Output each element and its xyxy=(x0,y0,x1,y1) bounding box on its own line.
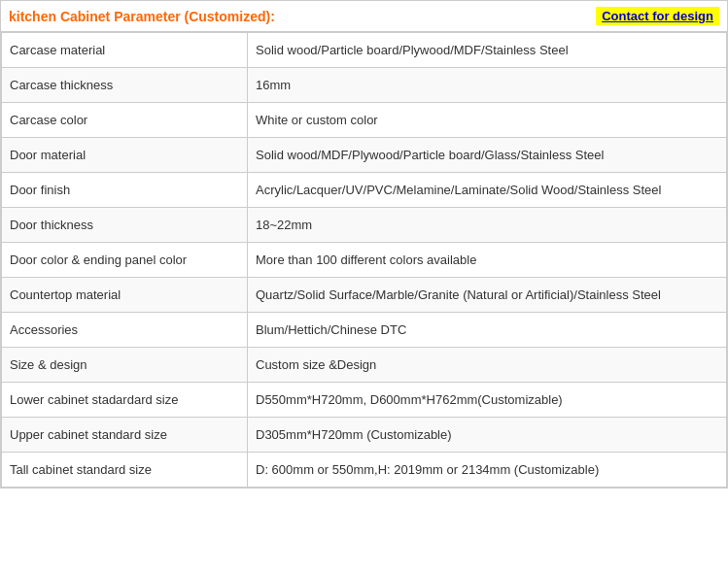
table-row: Countertop materialQuartz/Solid Surface/… xyxy=(2,278,727,313)
row-label: Size & design xyxy=(2,348,248,383)
contact-link[interactable]: Contact for design xyxy=(596,7,719,25)
table-row: Door finishAcrylic/Lacquer/UV/PVC/Melami… xyxy=(2,173,727,208)
row-label: Carcase color xyxy=(2,103,248,138)
table-row: Door thickness18~22mm xyxy=(2,208,727,243)
page-container: kitchen Cabinet Parameter (Customized): … xyxy=(0,0,728,489)
row-value: Acrylic/Lacquer/UV/PVC/Melamine/Laminate… xyxy=(248,173,727,208)
table-row: Carcase materialSolid wood/Particle boar… xyxy=(2,33,727,68)
row-value: Custom size &Design xyxy=(248,348,727,383)
row-label: Carcase material xyxy=(2,33,248,68)
row-value: More than 100 different colors available xyxy=(248,243,727,278)
row-value: Blum/Hettich/Chinese DTC xyxy=(248,313,727,348)
row-value: D550mm*H720mm, D600mm*H762mm(Customizabl… xyxy=(248,383,727,418)
row-value: Solid wood/MDF/Plywood/Particle board/Gl… xyxy=(248,138,727,173)
parameters-table: Carcase materialSolid wood/Particle boar… xyxy=(1,32,727,488)
header-row: kitchen Cabinet Parameter (Customized): … xyxy=(1,1,727,32)
page-title: kitchen Cabinet Parameter (Customized): xyxy=(9,9,275,24)
table-row: Carcase colorWhite or custom color xyxy=(2,103,727,138)
table-row: Lower cabinet stadardard sizeD550mm*H720… xyxy=(2,383,727,418)
row-label: Upper cabinet standard size xyxy=(2,418,248,453)
row-label: Door thickness xyxy=(2,208,248,243)
row-label: Lower cabinet stadardard size xyxy=(2,383,248,418)
row-value: D: 600mm or 550mm,H: 2019mm or 2134mm (C… xyxy=(248,453,727,488)
row-label: Tall cabinet standard size xyxy=(2,453,248,488)
row-label: Door finish xyxy=(2,173,248,208)
row-label: Door material xyxy=(2,138,248,173)
row-value: 18~22mm xyxy=(248,208,727,243)
row-label: Carcase thickness xyxy=(2,68,248,103)
row-value: Solid wood/Particle board/Plywood/MDF/St… xyxy=(248,33,727,68)
row-label: Countertop material xyxy=(2,278,248,313)
table-row: Size & designCustom size &Design xyxy=(2,348,727,383)
row-label: Door color & ending panel color xyxy=(2,243,248,278)
row-value: Quartz/Solid Surface/Marble/Granite (Nat… xyxy=(248,278,727,313)
row-value: D305mm*H720mm (Customizable) xyxy=(248,418,727,453)
table-row: Carcase thickness16mm xyxy=(2,68,727,103)
table-row: Tall cabinet standard sizeD: 600mm or 55… xyxy=(2,453,727,488)
row-value: White or custom color xyxy=(248,103,727,138)
row-value: 16mm xyxy=(248,68,727,103)
table-row: Door materialSolid wood/MDF/Plywood/Part… xyxy=(2,138,727,173)
table-row: AccessoriesBlum/Hettich/Chinese DTC xyxy=(2,313,727,348)
table-row: Door color & ending panel colorMore than… xyxy=(2,243,727,278)
table-row: Upper cabinet standard sizeD305mm*H720mm… xyxy=(2,418,727,453)
row-label: Accessories xyxy=(2,313,248,348)
